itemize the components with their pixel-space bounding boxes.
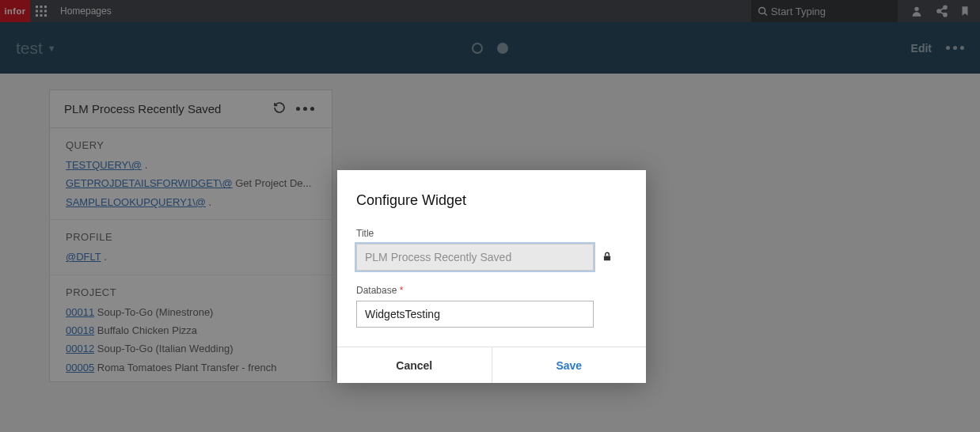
title-field-label: Title <box>356 228 627 239</box>
database-input[interactable] <box>356 301 594 328</box>
svg-rect-17 <box>604 256 610 260</box>
database-field-label: Database * <box>356 285 627 296</box>
save-button[interactable]: Save <box>492 347 647 383</box>
cancel-button[interactable]: Cancel <box>337 347 492 383</box>
title-input <box>356 244 594 271</box>
lock-icon <box>602 250 613 265</box>
configure-widget-dialog: Configure Widget Title Database * Cancel… <box>337 170 646 383</box>
dialog-title: Configure Widget <box>337 170 646 218</box>
